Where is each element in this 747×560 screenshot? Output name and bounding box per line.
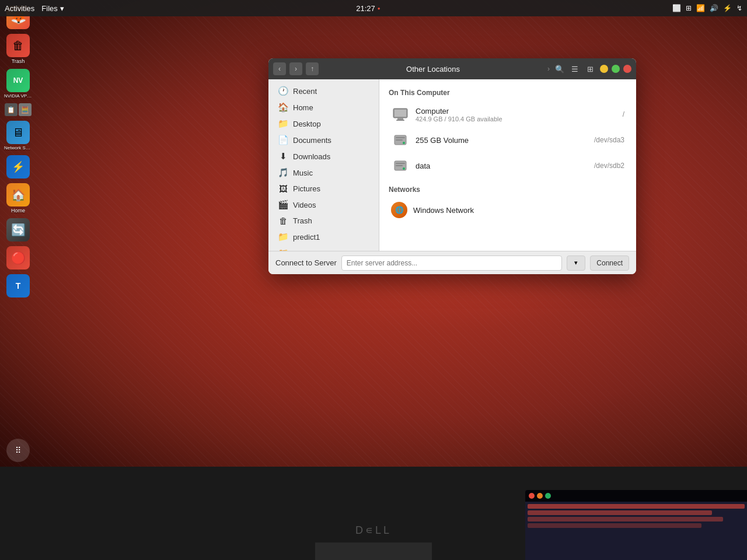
dock-item-vscode[interactable]: ⚡ [4,154,32,180]
grid-icon: ⊞ [587,65,594,74]
svg-rect-2 [397,118,403,120]
close-button[interactable] [623,65,631,73]
connect-label: Connect to Server [275,258,337,267]
computer-size: 424.9 GB / 910.4 GB available [416,116,617,123]
sidebar-item-trash[interactable]: 🗑 Trash [271,213,376,229]
location-255gb[interactable]: 255 GB Volume /dev/sda3 [389,127,627,153]
computer-path: / [623,110,624,118]
data-name: data [416,162,588,170]
fm-main: On This Computer Computer 424.9 GB / 910… [379,79,636,251]
back-button[interactable]: ‹ [273,62,286,75]
sidebar-item-predict1[interactable]: 📁 predict1 [271,229,376,245]
sidebar-item-home[interactable]: 🏠 Home [271,99,376,116]
sidebar-label-predict1: predict1 [293,233,320,242]
svg-point-7 [403,142,405,144]
windows-network-name: Windows Network [413,206,474,215]
connect-button[interactable]: Connect [590,256,629,271]
dropdown-icon: ▾ [574,259,578,267]
connect-input[interactable] [341,256,563,271]
file-manager-window: ‹ › ↑ Other Locations › 🔍 ☰ ⊞ [268,58,636,274]
desktop-icon: 📁 [278,118,288,129]
trash-sidebar-icon: 🗑 [278,216,288,226]
sidebar-label-videos: Videos [293,201,316,209]
dock-item-nvidia[interactable]: NV NVIDIA VPI Demos V1.2 [4,68,32,100]
sidebar-item-music[interactable]: 🎵 Music [271,164,376,181]
dock-item-trash[interactable]: 🗑 Trash [4,33,32,65]
dock-item-teams[interactable]: T [4,273,32,299]
vscode-icon: ⚡ [12,160,25,173]
dock-item-extra2[interactable]: 🔴 [4,245,32,271]
files-menu[interactable]: Files ▾ [41,4,64,13]
list-icon: ☰ [571,65,578,74]
sidebar-item-desktop[interactable]: 📁 Desktop [271,116,376,132]
activities-button[interactable]: Activities [5,4,34,13]
windows-network-icon: 🌐 [391,202,407,218]
topbar-left: Activities Files ▾ [5,4,64,13]
connect-dropdown[interactable]: ▾ [567,256,585,271]
pictures-icon: 🖼 [278,184,288,194]
network-item-windows[interactable]: 🌐 Windows Network [389,198,627,222]
data-icon [391,156,410,175]
computer-name: Computer [416,107,617,116]
fm-connect-bar: Connect to Server ▾ Connect [268,251,636,274]
search-button[interactable]: 🔍 [553,62,566,75]
network-icon: 🖥 [12,126,24,139]
downloads-icon: ⬇ [278,151,288,162]
maximize-button[interactable] [612,65,620,73]
networks-section: Networks 🌐 Windows Network [389,186,627,222]
view-grid-button[interactable]: ⊞ [584,62,596,75]
app-grid-button[interactable]: ⠿ [6,439,30,462]
predict1-icon: 📁 [278,232,288,242]
dock-item-network[interactable]: 🖥 Network Servers [4,120,32,152]
screen-bottom: D∊LL CSDN @夏天是冰红茶 [0,467,747,560]
topbar-icon-5: ⚡ [723,4,732,12]
back-icon: ‹ [278,65,281,73]
dock-small-2[interactable]: 🧮 [19,103,32,116]
sidebar-label-desktop: Desktop [293,120,321,128]
laptop-bar-4 [528,523,701,528]
sidebar-item-downloads[interactable]: ⬇ Downloads [271,148,376,164]
laptop-dot-orange [537,493,543,499]
sidebar-label-pictures: Pictures [293,184,320,193]
up-button[interactable]: ↑ [306,62,319,75]
location-computer[interactable]: Computer 424.9 GB / 910.4 GB available / [389,102,627,127]
documents-icon: 📄 [278,135,288,145]
topbar-right: ⬜ ⊞ 📶 🔊 ⚡ ↯ [672,4,742,12]
desktop: Activities Files ▾ 21:27 ● ⬜ ⊞ 📶 🔊 ⚡ ↯ 🦊 [0,0,747,467]
sidebar-item-videos[interactable]: 🎬 Videos [271,197,376,213]
data-info: data [416,162,588,170]
svg-rect-9 [396,163,405,164]
section-computer: On This Computer [389,89,627,97]
topbar: Activities Files ▾ 21:27 ● ⬜ ⊞ 📶 🔊 ⚡ ↯ [0,0,747,16]
sidebar-item-x-nautilus[interactable]: 📁 x-nautilus-desktop:/// [271,245,376,251]
topbar-clock: 21:27 ● [356,4,380,13]
forward-button[interactable]: › [289,62,302,75]
extra2-icon: 🔴 [11,251,26,265]
dock-small-1[interactable]: 📋 [5,103,18,116]
sidebar-item-pictures[interactable]: 🖼 Pictures [271,181,376,197]
recent-icon: 🕐 [278,86,288,96]
dock-item-extra1[interactable]: 🔄 [4,217,32,243]
topbar-icon-1: ⬜ [672,4,681,12]
dock-item-home[interactable]: 🏠 Home [4,182,32,215]
view-list-button[interactable]: ☰ [568,62,581,75]
monitor-brand: D∊LL [355,524,392,537]
sidebar-item-documents[interactable]: 📄 Documents [271,132,376,148]
svg-rect-10 [396,165,403,166]
dock-label-nvidia: NVIDIA VPI Demos V1.2 [4,93,32,99]
dock-label-trash: Trash [12,58,25,64]
up-icon: ↑ [310,65,314,73]
sidebar-item-recent[interactable]: 🕐 Recent [271,83,376,99]
sidebar-label-recent: Recent [293,87,317,96]
sidebar-label-trash: Trash [293,216,312,225]
laptop-bar-2 [528,510,712,515]
laptop-dot-green [545,493,551,499]
nvidia-icon: NV [13,76,23,85]
fm-body: 🕐 Recent 🏠 Home 📁 Desktop 📄 Documents ⬇ [268,79,636,251]
forward-icon: › [295,65,297,73]
location-data[interactable]: data /dev/sdb2 [389,153,627,178]
dock-label-network: Network Servers [4,145,32,150]
minimize-button[interactable] [600,65,608,73]
extra1-icon: 🔄 [11,223,26,237]
laptop-bar-1 [528,504,745,509]
